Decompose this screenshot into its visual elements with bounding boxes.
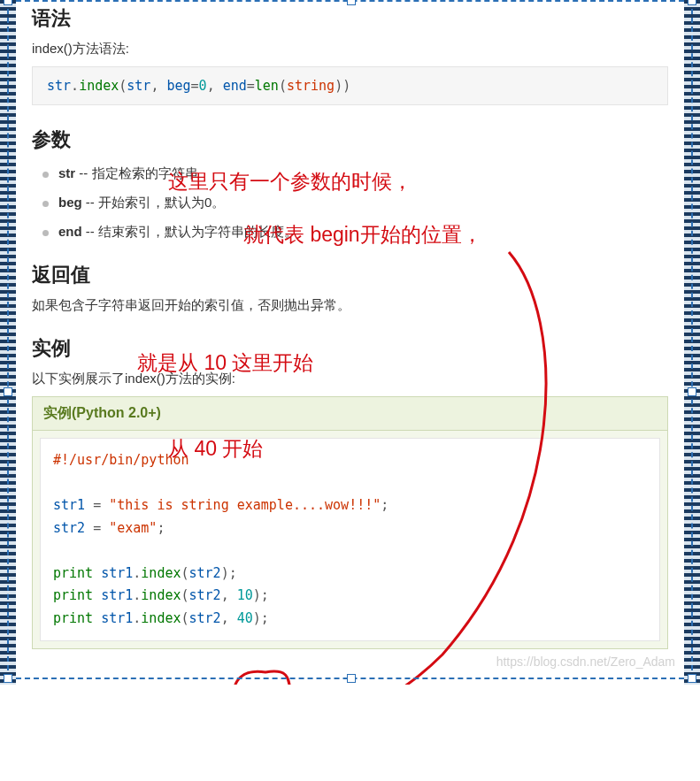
code-token: , <box>221 587 237 603</box>
selection-handle[interactable] <box>347 674 356 683</box>
selection-handle[interactable] <box>688 0 696 5</box>
code-token: = <box>85 520 109 536</box>
example-code-block: #!/usr/bin/python str1 = "this is string… <box>40 438 660 641</box>
code-token: 10 <box>237 587 253 603</box>
code-token: = <box>191 78 199 94</box>
return-description: 如果包含子字符串返回开始的索引值，否则抛出异常。 <box>32 297 668 314</box>
code-token: ) <box>253 587 261 603</box>
code-token: "this is string example....wow!!!" <box>109 497 381 513</box>
left-stripe <box>0 0 16 685</box>
heading-params: 参数 <box>32 126 668 153</box>
code-token: ; <box>261 610 269 626</box>
code-token: ) <box>221 565 229 581</box>
heading-return: 返回值 <box>32 262 668 288</box>
code-token: , <box>150 78 166 94</box>
annotation-3: 就是从 10 这里开始 <box>137 349 313 377</box>
annotation-4: 从 40 开始 <box>168 435 263 463</box>
watermark: https://blog.csdn.net/Zero_Adam <box>496 655 675 669</box>
code-token: . <box>133 610 141 626</box>
code-token: beg <box>166 78 190 94</box>
code-token: 0 <box>199 78 207 94</box>
code-token: print <box>53 587 93 603</box>
code-token: str1 <box>101 610 133 626</box>
selection-handle[interactable] <box>4 674 12 683</box>
param-name: str <box>58 165 75 180</box>
syntax-description: index()方法语法: <box>32 41 668 57</box>
right-stripe <box>684 0 700 685</box>
code-token: ) <box>253 610 261 626</box>
code-token: str2 <box>189 610 221 626</box>
selection-handle[interactable] <box>347 0 356 5</box>
code-token: index <box>141 587 181 603</box>
code-token: = <box>247 78 255 94</box>
code-token: ( <box>119 78 127 94</box>
code-token: , <box>221 610 237 626</box>
syntax-code-block: str.index(str, beg=0, end=len(string)) <box>32 66 668 105</box>
code-token: str2 <box>53 520 85 536</box>
list-item: beg -- 开始索引，默认为0。 <box>39 195 668 211</box>
code-token: string <box>287 78 335 94</box>
example-header: 实例(Python 2.0+) <box>33 397 667 431</box>
param-sep: -- <box>82 195 98 210</box>
code-token: . <box>71 78 79 94</box>
param-name: end <box>58 224 82 239</box>
code-token: str2 <box>189 565 221 581</box>
code-token: ( <box>181 610 189 626</box>
code-token: print <box>53 565 93 581</box>
annotation-2: 就代表 begin开始的位置， <box>243 221 482 249</box>
selection-handle[interactable] <box>688 387 696 396</box>
code-token: len <box>255 78 279 94</box>
code-token: index <box>141 610 181 626</box>
code-token: index <box>79 78 119 94</box>
code-token: . <box>133 565 141 581</box>
code-token: str1 <box>101 587 133 603</box>
code-token: ; <box>229 565 237 581</box>
code-token: str2 <box>189 587 221 603</box>
example-description: 以下实例展示了index()方法的实例: <box>32 371 668 387</box>
param-desc: 开始索引，默认为0。 <box>98 195 225 210</box>
code-token: "exam" <box>109 520 157 536</box>
param-sep: -- <box>75 165 91 180</box>
code-token: ) <box>335 78 342 94</box>
code-token: ) <box>342 78 350 94</box>
code-token: = <box>85 497 109 513</box>
code-token: end <box>223 78 247 94</box>
selection-handle[interactable] <box>4 0 12 5</box>
document-page: 语法 index()方法语法: str.index(str, beg=0, en… <box>0 0 700 685</box>
selection-handle[interactable] <box>4 387 12 396</box>
param-name: beg <box>58 195 82 210</box>
code-token: index <box>141 565 181 581</box>
code-token: str1 <box>101 565 133 581</box>
annotation-1: 这里只有一个参数的时候， <box>168 168 412 195</box>
code-token: ; <box>261 587 269 603</box>
example-box: 实例(Python 2.0+) #!/usr/bin/python str1 =… <box>32 396 668 649</box>
code-token: ( <box>279 78 287 94</box>
heading-example: 实例 <box>32 335 668 362</box>
code-token: , <box>207 78 223 94</box>
code-token: ; <box>381 497 388 513</box>
code-token: ; <box>157 520 165 536</box>
code-token: ( <box>181 565 189 581</box>
selection-handle[interactable] <box>688 674 696 683</box>
code-token: str <box>127 78 150 94</box>
code-token: str <box>47 78 71 94</box>
code-token: ( <box>181 587 189 603</box>
code-token: str1 <box>53 497 85 513</box>
code-token: print <box>53 610 93 626</box>
code-token: 40 <box>237 610 253 626</box>
param-sep: -- <box>82 224 98 239</box>
code-token: . <box>133 587 141 603</box>
